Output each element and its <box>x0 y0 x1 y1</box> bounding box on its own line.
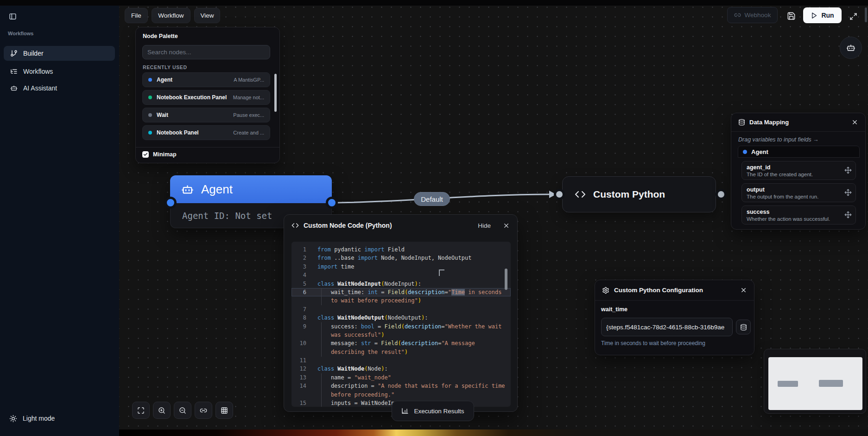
agent-node-header: Agent <box>170 175 332 203</box>
drag-handle-icon[interactable] <box>844 211 852 218</box>
palette-item-notebook-panel[interactable]: Notebook Panel Create and ... <box>142 125 270 140</box>
palette-item-name: Notebook Execution Panel <box>157 94 227 101</box>
window-top-edge <box>0 0 868 6</box>
data-mapping-title: Data Mapping <box>749 119 789 126</box>
menu-file[interactable]: File <box>125 8 148 23</box>
ai-assistant-fab[interactable] <box>840 37 862 59</box>
drag-handle-icon[interactable] <box>844 167 852 174</box>
palette-item-notebook-execution-panel[interactable]: Notebook Execution Panel Manage not... <box>142 90 270 105</box>
palette-item-desc: Manage not... <box>233 95 264 100</box>
sidebar: Workflows Builder Workflows AI Assistant… <box>0 6 119 436</box>
save-button[interactable] <box>786 10 797 21</box>
code-text: message: str = Field(description="A mess… <box>311 339 475 347</box>
code-line: 14 description = "A node that waits for … <box>291 382 511 390</box>
zoom-in-button[interactable] <box>153 402 171 419</box>
line-number: 14 <box>291 382 311 390</box>
agent-input-port[interactable] <box>165 197 177 209</box>
wait-time-input[interactable] <box>601 318 733 336</box>
sidebar-item-builder[interactable]: Builder <box>4 46 115 61</box>
menu-workflow[interactable]: Workflow <box>152 8 190 23</box>
robot-icon <box>846 43 855 52</box>
search-nodes-input[interactable] <box>142 45 270 59</box>
code-text: from pydantic import Field <box>311 245 405 254</box>
code-panel-title: Custom Node Code (Python) <box>304 222 392 229</box>
code-text: import time <box>311 263 354 271</box>
code-scrollbar-thumb[interactable] <box>505 269 507 290</box>
line-number: 13 <box>291 373 311 382</box>
palette-item-agent[interactable]: Agent A MantisGP... <box>142 72 270 87</box>
close-icon[interactable] <box>740 287 747 294</box>
node-type-dot <box>148 113 152 117</box>
zoom-out-button[interactable] <box>174 402 191 419</box>
sidebar-item-label: Workflows <box>23 68 53 75</box>
window-scrollbar-thumb[interactable] <box>865 7 867 22</box>
run-button[interactable]: Run <box>803 7 842 23</box>
light-mode-label: Light mode <box>23 415 55 422</box>
variable-picker-button[interactable] <box>736 320 751 334</box>
close-icon[interactable] <box>851 119 858 126</box>
code-editor[interactable]: 1from pydantic import Field2from ..base … <box>291 242 511 407</box>
code-line: 7 <box>291 305 511 314</box>
indent-guide <box>321 373 322 407</box>
expand-icon <box>849 13 857 20</box>
sidebar-item-ai-assistant[interactable]: AI Assistant <box>4 81 115 96</box>
palette-item-wait[interactable]: Wait Pause exec... <box>142 108 270 122</box>
code-icon <box>291 222 299 229</box>
custom-python-input-port[interactable] <box>554 189 565 200</box>
code-line: 13 name = "wait_node" <box>291 373 511 382</box>
execution-results-button[interactable]: Execution Results <box>392 401 474 421</box>
sidebar-section-label: Workflows <box>8 31 33 36</box>
code-line: 10 message: str = Field(description="A m… <box>291 339 511 347</box>
code-line: before proceeding." <box>291 391 511 399</box>
palette-item-name: Agent <box>157 77 172 83</box>
code-text: from ..base import Node, NodeInput, Node… <box>311 254 471 262</box>
webhook-button[interactable]: Webhook <box>727 7 778 23</box>
link-mode-button[interactable] <box>195 402 212 419</box>
node-type-dot <box>743 150 747 154</box>
code-text <box>311 271 317 279</box>
close-icon[interactable] <box>503 222 510 229</box>
light-mode-toggle[interactable]: Light mode <box>6 411 98 426</box>
menu-view[interactable]: View <box>194 8 220 23</box>
custom-python-node[interactable]: Custom Python <box>562 176 716 212</box>
custom-python-configuration-panel: Custom Python Configuration wait_time Ti… <box>595 280 754 355</box>
line-number <box>291 348 311 356</box>
custom-python-output-port[interactable] <box>716 189 727 200</box>
indent-guide <box>321 288 322 305</box>
minimap-checkbox-row[interactable]: Minimap <box>142 151 177 158</box>
data-mapping-group-agent: Agent <box>738 146 860 158</box>
fullscreen-button[interactable] <box>848 11 858 21</box>
agent-output-port[interactable] <box>326 197 338 209</box>
code-line: 12class WaitNode(Node): <box>291 365 511 373</box>
hide-button[interactable]: Hide <box>478 222 491 229</box>
code-text: was successful") <box>311 331 385 339</box>
list-tree-icon <box>10 68 18 75</box>
grid-toggle-button[interactable] <box>215 402 233 419</box>
sidebar-toggle-icon[interactable] <box>6 10 19 22</box>
minimap-checkbox[interactable] <box>142 151 149 158</box>
code-text: describing the result") <box>311 348 408 356</box>
data-mapping-hint: Drag variables to input fields → <box>738 136 819 143</box>
zoom-in-icon <box>158 407 165 414</box>
grid-icon <box>221 407 228 414</box>
minimap-node-agent <box>778 381 798 387</box>
group-name: Agent <box>751 148 768 155</box>
minimap[interactable] <box>764 349 866 414</box>
variable-card-success[interactable]: success Whether the action was successfu… <box>741 205 856 224</box>
code-line: to wait before proceeding") <box>291 296 511 305</box>
custom-python-node-title: Custom Python <box>593 189 665 200</box>
database-icon <box>738 119 745 126</box>
edge-label[interactable]: Default <box>414 192 450 206</box>
robot-icon <box>10 84 18 92</box>
palette-scrollbar-thumb[interactable] <box>274 74 277 112</box>
drag-handle-icon[interactable] <box>844 189 852 196</box>
code-text: description = "A node that waits for a s… <box>311 382 505 390</box>
line-number <box>291 391 311 399</box>
variable-card-output[interactable]: output The output from the agent run. <box>741 183 856 202</box>
variable-card-agent-id[interactable]: agent_id The ID of the created agent. <box>741 161 856 180</box>
run-label: Run <box>821 12 834 19</box>
sidebar-item-workflows[interactable]: Workflows <box>4 64 115 79</box>
fit-view-button[interactable] <box>132 402 150 419</box>
line-number: 7 <box>291 305 311 314</box>
variable-desc: Whether the action was successful. <box>747 216 851 222</box>
